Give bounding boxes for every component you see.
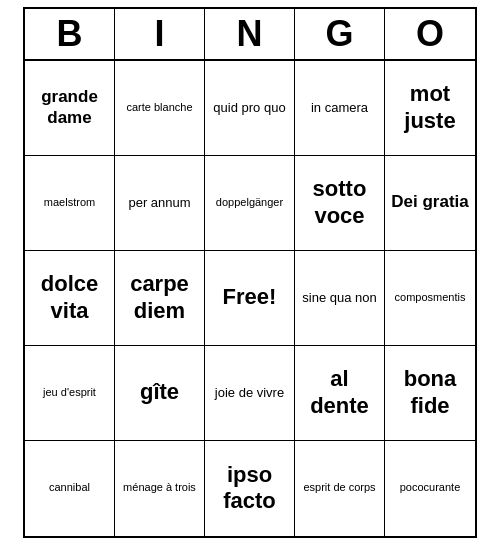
cell-text: carpe diem xyxy=(119,271,200,324)
cell-text: Free! xyxy=(223,284,277,310)
header-letter: G xyxy=(295,9,385,59)
bingo-grid: grande damecarte blanchequid pro quoin c… xyxy=(25,61,475,536)
cell-text: maelstrom xyxy=(44,196,95,209)
header-letter: B xyxy=(25,9,115,59)
cell-text: jeu d'esprit xyxy=(43,386,96,399)
cell-text: ménage à trois xyxy=(123,481,196,494)
bingo-cell: carpe diem xyxy=(115,251,205,346)
bingo-cell: joie de vivre xyxy=(205,346,295,441)
cell-text: gîte xyxy=(140,379,179,405)
cell-text: quid pro quo xyxy=(213,100,285,116)
cell-text: dolce vita xyxy=(29,271,110,324)
bingo-cell: jeu d'esprit xyxy=(25,346,115,441)
bingo-card: BINGO grande damecarte blanchequid pro q… xyxy=(23,7,477,538)
cell-text: pococurante xyxy=(400,481,461,494)
bingo-cell: gîte xyxy=(115,346,205,441)
bingo-cell: dolce vita xyxy=(25,251,115,346)
bingo-cell: doppelgänger xyxy=(205,156,295,251)
cell-text: grande dame xyxy=(29,87,110,128)
cell-text: sine qua non xyxy=(302,290,376,306)
cell-text: cannibal xyxy=(49,481,90,494)
bingo-cell: sotto voce xyxy=(295,156,385,251)
bingo-cell: bona fide xyxy=(385,346,475,441)
bingo-cell: mot juste xyxy=(385,61,475,156)
bingo-cell: sine qua non xyxy=(295,251,385,346)
bingo-cell: Dei gratia xyxy=(385,156,475,251)
bingo-cell: Free! xyxy=(205,251,295,346)
cell-text: ipso facto xyxy=(209,462,290,515)
bingo-cell: in camera xyxy=(295,61,385,156)
bingo-cell: esprit de corps xyxy=(295,441,385,536)
cell-text: doppelgänger xyxy=(216,196,283,209)
cell-text: per annum xyxy=(128,195,190,211)
cell-text: al dente xyxy=(299,366,380,419)
bingo-cell: ipso facto xyxy=(205,441,295,536)
header-letter: N xyxy=(205,9,295,59)
cell-text: joie de vivre xyxy=(215,385,284,401)
cell-text: in camera xyxy=(311,100,368,116)
bingo-cell: cannibal xyxy=(25,441,115,536)
cell-text: mot juste xyxy=(389,81,471,134)
cell-text: esprit de corps xyxy=(303,481,375,494)
bingo-header: BINGO xyxy=(25,9,475,61)
cell-text: carte blanche xyxy=(126,101,192,114)
bingo-cell: al dente xyxy=(295,346,385,441)
bingo-cell: maelstrom xyxy=(25,156,115,251)
cell-text: Dei gratia xyxy=(391,192,468,212)
bingo-cell: composmentis xyxy=(385,251,475,346)
bingo-cell: grande dame xyxy=(25,61,115,156)
cell-text: bona fide xyxy=(389,366,471,419)
bingo-cell: ménage à trois xyxy=(115,441,205,536)
cell-text: sotto voce xyxy=(299,176,380,229)
bingo-cell: quid pro quo xyxy=(205,61,295,156)
cell-text: composmentis xyxy=(395,291,466,304)
header-letter: I xyxy=(115,9,205,59)
header-letter: O xyxy=(385,9,475,59)
bingo-cell: pococurante xyxy=(385,441,475,536)
bingo-cell: carte blanche xyxy=(115,61,205,156)
bingo-cell: per annum xyxy=(115,156,205,251)
